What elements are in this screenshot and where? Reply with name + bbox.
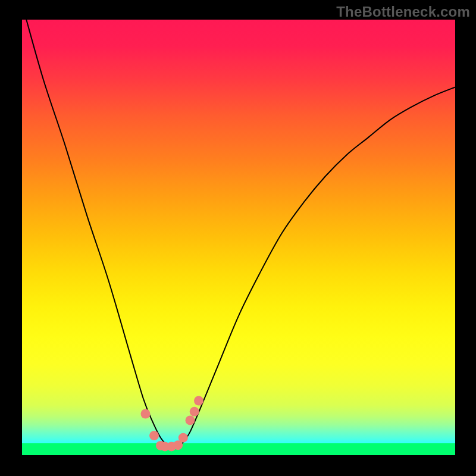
watermark-text: TheBottleneck.com — [336, 4, 470, 20]
data-point — [186, 415, 195, 425]
data-point — [141, 409, 151, 419]
curve-layer — [22, 20, 455, 455]
bottleneck-curve — [26, 20, 455, 447]
data-point — [194, 396, 203, 406]
data-point — [190, 407, 199, 416]
data-point — [149, 431, 159, 440]
chart-frame: TheBottleneck.com — [0, 0, 476, 476]
plot-area — [22, 20, 455, 455]
data-point — [178, 433, 188, 443]
